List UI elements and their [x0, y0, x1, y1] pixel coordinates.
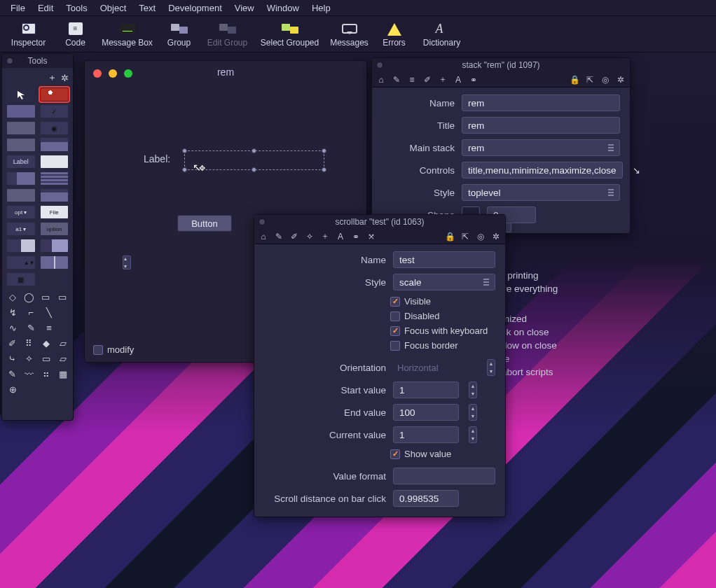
tool-slider[interactable] — [40, 255, 69, 270]
sb-name-field[interactable]: test — [393, 251, 495, 268]
tool-edit-cursor[interactable] — [40, 88, 69, 102]
tool-radio[interactable]: ◉ — [40, 121, 69, 135]
lock-icon[interactable]: 🔒 — [568, 74, 581, 85]
sb-home-icon[interactable]: ⌂ — [257, 231, 270, 242]
brush-icon[interactable]: ✎ — [390, 74, 403, 85]
tool-grid[interactable] — [40, 172, 69, 186]
sb-link-icon[interactable]: ⚭ — [350, 231, 362, 242]
show-value-checkbox[interactable] — [390, 449, 400, 459]
tool-option[interactable]: opt ▾ — [6, 205, 36, 219]
close-icon[interactable] — [93, 69, 102, 78]
tool-rect-1[interactable] — [6, 104, 36, 118]
toolbar-code[interactable]: ≡ Code — [55, 17, 97, 52]
tool-column-left[interactable] — [6, 172, 36, 186]
menu-window[interactable]: Window — [261, 1, 305, 15]
canvas-stepper[interactable] — [123, 255, 131, 270]
resize-handle-s[interactable] — [252, 167, 256, 172]
tool-line-icon[interactable]: ╲ — [43, 307, 55, 317]
tool-list-icon[interactable]: ≡ — [43, 323, 55, 332]
sb-target-icon[interactable]: ◎ — [474, 231, 487, 242]
focus-keyboard-checkbox[interactable] — [390, 326, 400, 336]
tool-target-icon[interactable]: ⊕ — [6, 384, 19, 394]
tool-erase1-icon[interactable]: ▱ — [57, 338, 69, 348]
tool-stepper-a[interactable]: a1 ▾ — [6, 222, 36, 236]
tool-panel[interactable] — [6, 188, 36, 202]
resize-handle-nw[interactable] — [182, 148, 187, 153]
value-format-field[interactable] — [393, 468, 495, 484]
sb-plus-icon[interactable]: ＋ — [319, 231, 331, 242]
resize-handle-se[interactable] — [322, 167, 326, 172]
menu-file[interactable]: File — [4, 1, 32, 15]
menu-tools[interactable]: Tools — [60, 1, 93, 15]
tool-wand-icon[interactable]: ✧ — [23, 354, 34, 363]
title-field[interactable]: rem — [462, 117, 620, 134]
home-icon[interactable]: ⌂ — [375, 74, 387, 85]
stack-inspector[interactable]: stack "rem" (id 1097) ⌂ ✎ ≡ ✐ ＋ A ⚭ 🔒 ⇱ … — [371, 57, 631, 234]
tool-paint1-icon[interactable]: ✐ — [6, 338, 18, 348]
link-icon[interactable]: ⚭ — [467, 74, 480, 85]
target-icon[interactable]: ◎ — [599, 74, 612, 85]
tool-dropper-icon[interactable]: ✎ — [6, 369, 18, 379]
zoom-icon[interactable] — [124, 69, 132, 78]
style-dropdown[interactable]: toplevel — [462, 184, 620, 201]
tool-pointer[interactable] — [6, 88, 36, 102]
tool-textfield[interactable] — [40, 155, 69, 169]
tool-slider-bar[interactable] — [40, 239, 69, 253]
tool-fill-icon[interactable]: ◆ — [41, 338, 52, 348]
current-value-field[interactable]: 1 — [393, 426, 459, 443]
tool-oval-icon[interactable]: ◯ — [23, 292, 36, 302]
sb-brush-icon[interactable]: ✎ — [273, 231, 285, 242]
tool-openpoly-icon[interactable]: ⌐ — [25, 307, 37, 317]
tool-checker-icon[interactable]: ▦ — [57, 369, 69, 379]
tool-erase3-icon[interactable]: ▱ — [57, 354, 69, 363]
tools-titlebar[interactable]: Tools — [2, 54, 73, 68]
sb-text-a-icon[interactable]: A — [334, 231, 347, 242]
focus-border-checkbox[interactable] — [390, 341, 400, 351]
toolbar-select-grouped[interactable]: Select Grouped — [255, 17, 325, 52]
tool-brush-icon[interactable]: 〰 — [23, 369, 34, 379]
tool-file[interactable]: File — [40, 205, 69, 219]
tool-curve-icon[interactable]: ⤷ — [6, 354, 18, 363]
scrollbar-inspector-close-dot[interactable] — [259, 218, 266, 225]
tool-label[interactable]: Label — [6, 155, 36, 169]
minimize-icon[interactable] — [109, 69, 117, 78]
resize-handle-n[interactable] — [252, 148, 256, 153]
pen-icon[interactable]: ✐ — [421, 74, 434, 85]
toolbar-messages[interactable]: Messages — [325, 17, 374, 52]
start-value-field[interactable]: 1 — [393, 382, 459, 398]
sb-bounds-icon[interactable]: ⤧ — [365, 231, 378, 242]
scrollbar-inspector[interactable]: scrollbar "test" (id 1063) ⌂ ✎ ✐ ✧ ＋ A ⚭… — [254, 214, 506, 517]
menu-object[interactable]: Object — [94, 1, 133, 15]
tool-pencil-icon[interactable]: ✎ — [25, 323, 37, 332]
toolbar-group[interactable]: Group — [158, 17, 200, 52]
stack-inspector-close-dot[interactable] — [376, 62, 383, 69]
tool-stepper[interactable]: ▲▼ — [6, 255, 36, 270]
menu-help[interactable]: Help — [305, 1, 337, 15]
tools-palette[interactable]: Tools ＋ ✲ ✓ ◉ Label opt ▾ File a1 ▾ opti… — [1, 53, 74, 421]
scrollbar-inspector-titlebar[interactable]: scrollbar "test" (id 1063) — [254, 215, 505, 229]
menu-view[interactable]: View — [228, 1, 261, 15]
resize-handle-sw[interactable] — [182, 167, 187, 172]
tool-option2[interactable]: option — [40, 222, 69, 236]
tool-list[interactable] — [40, 188, 69, 202]
tool-slab-1[interactable] — [6, 121, 36, 135]
orientation-stepper[interactable]: ▲▼ — [487, 359, 495, 376]
tool-dots-icon[interactable]: ⠶ — [41, 369, 52, 379]
sb-wand-icon[interactable]: ✧ — [303, 231, 316, 242]
gear-icon[interactable]: ✲ — [614, 74, 627, 85]
menu-development[interactable]: Development — [162, 1, 228, 15]
text-a-icon[interactable]: A — [452, 74, 464, 85]
toolbar-errors[interactable]: Errors — [374, 17, 415, 52]
modify-checkbox-row[interactable]: modify — [93, 344, 134, 355]
mainstack-dropdown[interactable]: rem — [462, 139, 620, 156]
toolbar-dictionary[interactable]: Dictionary — [415, 17, 469, 52]
traffic-lights[interactable] — [93, 69, 132, 78]
toolbar-inspector[interactable]: Inspector — [3, 17, 55, 52]
list-icon[interactable]: ≡ — [406, 74, 418, 85]
tool-freehand-icon[interactable]: ∿ — [6, 323, 19, 332]
tool-empty[interactable] — [40, 272, 69, 286]
tool-roundrect-icon[interactable]: ▭ — [40, 292, 53, 302]
end-value-field[interactable]: 100 — [393, 404, 459, 421]
sb-gear-icon[interactable]: ✲ — [490, 231, 502, 242]
tools-close-dot[interactable] — [6, 57, 13, 64]
